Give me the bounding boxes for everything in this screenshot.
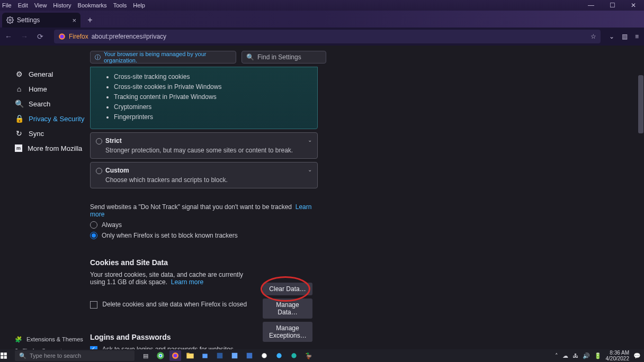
url-path: about:preferences#privacy [92,33,166,40]
search-icon: 🔍 [246,53,254,61]
menu-help[interactable]: Help [133,2,145,8]
cookies-button-column: Clear Data… Manage Data… Manage Exceptio… [263,283,312,342]
app-icon[interactable]: 🦆 [303,350,315,361]
menu-bookmarks[interactable]: Bookmarks [78,2,107,8]
radio-icon[interactable] [96,138,102,144]
gear-icon [6,16,14,24]
url-prefix: Firefox [69,33,88,40]
content-area: ⓘ Your browser is being managed by your … [0,46,644,362]
chevron-down-icon[interactable]: ⌄ [308,137,312,143]
svg-point-9 [159,355,162,357]
battery-icon[interactable]: 🔋 [594,352,602,359]
store-icon[interactable] [199,350,211,361]
app-icon[interactable] [258,350,270,361]
windows-taskbar: 🔍 Type here to search ▤ 🦆 ˄ ☁ 🖧 🔊 🔋 8:36… [0,349,644,362]
explorer-icon[interactable] [184,350,196,361]
search-placeholder: Find in Settings [257,53,301,61]
taskbar-clock[interactable]: 8:36 AM 4/20/2022 [606,350,630,361]
delete-cookies-label: Delete cookies and site data when Firefo… [102,301,247,308]
svg-point-0 [9,19,11,21]
puzzle-icon: 🧩 [15,336,22,343]
manage-exceptions-button[interactable]: Manage Exceptions… [263,322,312,342]
onedrive-icon[interactable]: ☁ [562,352,568,359]
clear-data-button[interactable]: Clear Data… [263,283,312,295]
option-title: Strict [105,137,311,144]
protection-standard-box: Cross-site tracking cookies Cross-site c… [90,67,318,129]
sidebar-label: Search [29,100,50,108]
network-icon[interactable]: 🖧 [573,352,578,359]
menu-history[interactable]: History [53,2,71,8]
chevron-down-icon[interactable]: ⌄ [308,167,312,173]
lock-icon: 🔒 [15,114,23,123]
cookies-learn-more-link[interactable]: Learn more [171,278,203,286]
protection-item: Tracking content in Private Windows [114,93,311,101]
url-bar[interactable]: Firefox about:preferences#privacy ☆ [54,30,601,43]
settings-main-panel: Cross-site tracking cookies Cross-site c… [90,67,318,362]
radio-icon[interactable] [96,168,102,174]
menu-file[interactable]: File [2,2,12,8]
home-icon: ⌂ [15,85,23,93]
org-managed-text: Your browser is being managed by your or… [104,51,231,64]
taskbar-search-placeholder: Type here to search [30,352,81,359]
manage-data-button[interactable]: Manage Data… [263,298,312,319]
settings-search-input[interactable]: 🔍 Find in Settings [241,51,326,64]
menu-edit[interactable]: Edit [18,2,28,8]
pocket-icon[interactable]: ⌄ [609,33,614,40]
svg-rect-17 [247,353,253,359]
tray-chevron-icon[interactable]: ˄ [555,352,558,359]
volume-icon[interactable]: 🔊 [583,352,590,359]
tab-settings[interactable]: Settings × [2,13,80,28]
menu-tools[interactable]: Tools [113,2,127,8]
start-button[interactable] [0,352,13,359]
dnt-only-row[interactable]: Only when Firefox is set to block known … [90,232,318,239]
new-tab-button[interactable]: + [83,13,97,28]
taskbar-search-input[interactable]: 🔍 Type here to search [15,350,135,361]
ie-icon[interactable] [273,350,285,361]
reload-button[interactable]: ⟳ [35,32,46,41]
svg-rect-16 [232,353,238,359]
task-view-icon[interactable]: ▤ [140,350,151,361]
app-menu-icon[interactable]: ≡ [635,33,639,40]
svg-rect-14 [202,354,207,358]
edge-icon[interactable] [288,350,300,361]
dnt-section: Send websites a "Do Not Track" signal th… [90,203,318,239]
sidebar-label: Extensions & Themes [26,336,83,342]
firefox-icon[interactable] [169,350,181,361]
library-icon[interactable]: ▥ [622,33,628,40]
minimize-button[interactable]: — [580,0,602,11]
chrome-icon[interactable] [155,350,166,361]
menu-view[interactable]: View [34,2,47,8]
radio-icon[interactable] [90,221,97,229]
checkbox-icon[interactable] [90,301,97,309]
app-icon[interactable] [244,350,255,361]
svg-point-19 [276,353,281,358]
svg-rect-3 [1,352,3,355]
forward-button[interactable]: → [19,32,30,41]
bookmark-star-icon[interactable]: ☆ [591,33,596,40]
scrollbar-thumb[interactable] [638,75,643,133]
sync-icon: ↻ [15,129,23,138]
system-tray: ˄ ☁ 🖧 🔊 🔋 8:36 AM 4/20/2022 💬 [555,350,645,361]
close-button[interactable]: ✕ [623,0,644,11]
vertical-scrollbar[interactable] [638,46,644,362]
tab-close-icon[interactable]: × [72,16,76,24]
app-icon[interactable] [229,350,240,361]
radio-icon[interactable] [90,232,97,239]
dnt-always-row[interactable]: Always [90,221,318,229]
firefox-badge-icon [58,33,66,40]
maximize-button[interactable]: ☐ [602,0,623,11]
clock-time: 8:36 AM [606,350,630,356]
sidebar-item-extensions[interactable]: 🧩 Extensions & Themes [15,333,83,345]
back-button[interactable]: ← [3,32,14,41]
protection-option-strict[interactable]: ⌄ Strict Stronger protection, but may ca… [90,132,318,159]
svg-point-20 [291,353,296,358]
svg-rect-12 [186,354,193,358]
protection-option-custom[interactable]: ⌄ Custom Choose which trackers and scrip… [90,162,318,188]
dnt-always-label: Always [102,221,122,229]
svg-rect-5 [1,356,3,359]
notifications-icon[interactable]: 💬 [633,352,641,359]
toolbar: ← → ⟳ Firefox about:preferences#privacy … [0,28,644,46]
word-icon[interactable] [214,350,226,361]
sidebar-label: Home [29,85,47,93]
org-managed-banner[interactable]: ⓘ Your browser is being managed by your … [90,51,236,64]
